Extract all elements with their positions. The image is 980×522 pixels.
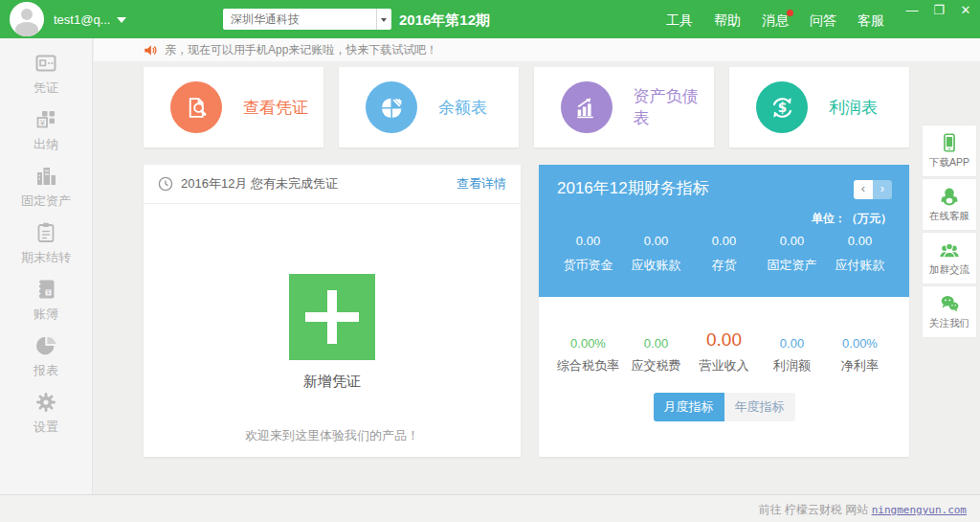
menu-qa[interactable]: 问答 [810,12,836,30]
view-voucher-card[interactable]: 查看凭证 [144,67,323,148]
stat-tax-burden: 0.00% 综合税负率 [554,336,622,374]
rail-label: 加群交流 [929,263,969,277]
balance-table-card[interactable]: 余额表 [339,67,519,148]
footer-text: 前往 柠檬云财税 网站 [759,503,869,516]
sidebar-item-settings[interactable]: 设置 [0,385,92,441]
period-pager: ‹ › [854,180,892,199]
indicators-title: 2016年12期财务指标 [557,177,709,199]
rail-label: 关注我们 [929,317,969,330]
sidebar-item-label: 账簿 [33,306,58,323]
svg-text:$: $ [47,289,50,295]
notification-dot [787,10,793,16]
minimize-button[interactable]: — [903,3,921,17]
qq-icon [939,186,960,207]
blue-stats-row: 0.00 货币资金 0.00 应收账款 0.00 存货 0.00 固定资产 0.… [539,234,909,274]
download-app-button[interactable]: 下载APP [922,125,977,177]
balance-table-icon [366,81,417,133]
svg-text:$: $ [777,100,786,115]
company-select[interactable]: 深圳华通科技 [223,9,391,30]
top-menu: 工具 帮助 消息 问答 客服 [666,12,884,30]
sidebar-item-voucher[interactable]: 凭证 [0,46,92,102]
unit-label: 单位：（万元） [812,211,892,227]
period-label: 2016年第12期 [399,11,490,30]
username[interactable]: test1@q... [54,12,110,27]
online-support-button[interactable]: 在线客服 [922,178,977,231]
balance-sheet-card[interactable]: 资产负债表 [534,67,714,148]
period-closing-icon [33,220,58,245]
menu-tools[interactable]: 工具 [666,12,693,30]
sidebar-item-fixed-assets[interactable]: 固定资产 [0,159,92,215]
view-voucher-icon [170,81,222,133]
wechat-icon [939,293,960,314]
card-label: 利润表 [829,97,878,119]
next-period-button[interactable]: › [873,180,892,199]
menu-support[interactable]: 客服 [858,12,884,30]
window-controls: — ❐ ✕ [903,3,974,17]
add-voucher-label: 新增凭证 [303,373,361,391]
announcement-bar: 亲，现在可以用手机App来记账啦，快来下载试试吧！ [94,38,980,61]
titlebar: test1@q... 深圳华通科技 2016年第12期 工具 帮助 消息 问答 … [0,0,980,38]
balance-sheet-icon [561,81,612,133]
group-icon [939,239,960,261]
svg-text:¥: ¥ [39,118,45,127]
join-group-button[interactable]: 加群交流 [922,232,977,284]
user-dropdown-caret-icon[interactable] [117,17,126,23]
rail-label: 下载APP [929,156,969,170]
sidebar-item-label: 凭证 [33,79,58,97]
website-link[interactable]: ningmengyun.com [872,504,967,516]
menu-help[interactable]: 帮助 [714,12,741,30]
cashier-icon: ¥ [33,107,58,132]
todo-panel-body: 新增凭证 欢迎来到这里体验我们的产品！ [144,204,521,444]
sidebar-item-ledger[interactable]: $ 账簿 [0,272,92,328]
indicator-tabs: 月度指标 年度指标 [539,393,909,421]
stat-cash: 0.00 货币资金 [554,234,622,274]
sidebar-item-label: 出纳 [33,136,58,153]
sidebar-item-reports[interactable]: 报表 [0,329,92,384]
phone-icon [939,132,960,153]
sidebar-item-label: 报表 [33,362,58,379]
close-button[interactable]: ✕ [957,3,974,17]
settings-icon [33,390,58,415]
footer: 前往 柠檬云财税 网站 ningmengyun.com [0,494,980,522]
stat-profit: 0.00 利润额 [758,336,826,374]
tab-yearly-indicators[interactable]: 年度指标 [724,393,795,421]
reports-icon [33,333,58,358]
add-voucher-button[interactable] [289,274,375,360]
sidebar: 凭证 ¥ 出纳 固定资产 期末结转 [0,38,93,495]
rail-label: 在线客服 [929,210,969,223]
todo-header-text: 2016年12月 您有未完成凭证 [181,175,338,193]
sidebar-item-label: 固定资产 [21,193,71,210]
stat-net-margin: 0.00% 净利率 [826,336,894,374]
stat-receivables: 0.00 应收账款 [622,234,690,274]
menu-messages[interactable]: 消息 [762,12,789,30]
todo-panel: 2016年12月 您有未完成凭证 查看详情 新增凭证 欢迎来到这里体验我们的产品… [144,165,521,457]
tab-monthly-indicators[interactable]: 月度指标 [654,393,724,421]
sidebar-item-period-closing[interactable]: 期末结转 [0,216,92,271]
sidebar-item-cashier[interactable]: ¥ 出纳 [0,102,92,158]
maximize-button[interactable]: ❐ [930,3,947,17]
avatar-person-icon [21,9,33,20]
stat-fixed-assets: 0.00 固定资产 [758,234,826,274]
welcome-text: 欢迎来到这里体验我们的产品！ [245,427,419,444]
card-label: 余额表 [438,97,487,119]
speaker-icon [144,43,158,57]
avatar[interactable] [10,2,44,36]
clock-icon [158,176,173,192]
stat-inventory: 0.00 存货 [690,234,758,274]
card-label: 查看凭证 [243,97,308,119]
select-caret-box[interactable] [376,9,391,30]
view-details-link[interactable]: 查看详情 [457,175,506,193]
right-rail: 下载APP 在线客服 加群交流 [922,125,977,338]
sidebar-item-label: 设置 [33,419,58,436]
sidebar-item-label: 期末结转 [21,249,71,266]
card-label: 资产负债表 [634,85,714,129]
stat-payables: 0.00 应付账款 [826,234,894,274]
fixed-assets-icon [33,164,58,189]
white-stats-row: 0.00% 综合税负率 0.00 应交税费 0.00 营业收入 0.00 利润额… [539,329,909,374]
chevron-down-icon [381,18,387,22]
profit-table-card[interactable]: $ 利润表 [729,67,909,148]
announcement-text: 亲，现在可以用手机App来记账啦，快来下载试试吧！ [165,42,437,58]
follow-us-button[interactable]: 关注我们 [922,285,977,338]
prev-period-button[interactable]: ‹ [854,180,873,199]
voucher-icon [33,51,58,76]
